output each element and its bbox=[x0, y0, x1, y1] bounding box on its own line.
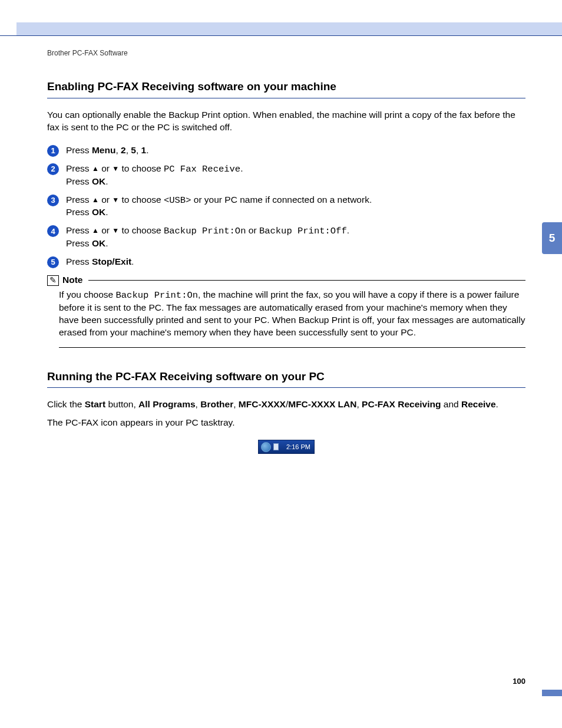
section-heading-enabling: Enabling PC-FAX Receiving software on yo… bbox=[47, 79, 525, 98]
menu-mfc: MFC-XXXX bbox=[239, 399, 286, 409]
menu-option: <USB> bbox=[164, 195, 191, 206]
chapter-tab: 5 bbox=[542, 222, 562, 254]
step-badge: 5 bbox=[47, 256, 59, 268]
menu-option: PC Fax Receive bbox=[164, 164, 240, 174]
step-badge: 4 bbox=[47, 225, 59, 237]
step-5: 5 Press Stop/Exit. bbox=[47, 256, 525, 268]
text: Click the bbox=[47, 399, 85, 409]
text: If you choose bbox=[59, 289, 116, 299]
section2-p2: The PC-FAX icon appears in your PC taskt… bbox=[47, 417, 525, 429]
tray-clock: 2:16 PM bbox=[286, 443, 312, 452]
menu-brother: Brother bbox=[200, 399, 233, 409]
menu-pcfax-receiving: PC-FAX Receiving bbox=[362, 399, 441, 409]
text: , bbox=[115, 145, 121, 155]
section-heading-running: Running the PC-FAX Receiving software on… bbox=[47, 369, 525, 388]
key-menu: Menu bbox=[92, 145, 115, 155]
menu-option: Backup Print:On bbox=[164, 226, 246, 236]
page-number: 100 bbox=[513, 676, 525, 687]
text: Press bbox=[66, 163, 92, 173]
text: to choose bbox=[119, 225, 164, 235]
text: Press bbox=[66, 238, 92, 248]
key-ok: OK bbox=[92, 176, 105, 186]
text: or bbox=[99, 195, 112, 205]
text: button, bbox=[105, 399, 138, 409]
note-header: ✎ Note bbox=[47, 274, 525, 286]
menu-option: Backup Print:On bbox=[116, 290, 199, 301]
text: Press bbox=[66, 195, 92, 205]
text: Press bbox=[66, 145, 92, 155]
step-badge: 1 bbox=[47, 145, 59, 157]
text: to choose bbox=[119, 163, 164, 173]
text: . bbox=[240, 163, 243, 173]
up-arrow-icon: ▲ bbox=[92, 226, 99, 235]
text: . bbox=[496, 399, 498, 409]
text: , bbox=[136, 145, 141, 155]
text: or bbox=[99, 225, 112, 235]
pcfax-tray-icon bbox=[261, 442, 271, 452]
step-body: Press ▲ or ▼ to choose PC Fax Receive. P… bbox=[66, 163, 525, 188]
text: and bbox=[441, 399, 461, 409]
page-number-accent bbox=[542, 690, 562, 696]
down-arrow-icon: ▼ bbox=[112, 226, 119, 235]
step-1: 1 Press Menu, 2, 5, 1. bbox=[47, 144, 525, 157]
text: Press bbox=[66, 256, 92, 266]
menu-option: Backup Print:Off bbox=[259, 226, 347, 236]
text: or your PC name if connected on a networ… bbox=[191, 195, 372, 205]
key-ok: OK bbox=[92, 207, 105, 217]
text: , bbox=[356, 399, 362, 409]
tasktray-figure: 2:16 PM bbox=[47, 440, 525, 455]
step-body: Press ▲ or ▼ to choose <USB> or your PC … bbox=[66, 194, 525, 219]
text: , bbox=[126, 145, 131, 155]
step-body: Press Menu, 2, 5, 1. bbox=[66, 144, 525, 157]
step-badge: 2 bbox=[47, 163, 59, 175]
text: . bbox=[146, 145, 148, 155]
key-stop-exit: Stop/Exit bbox=[92, 256, 131, 266]
tasktray: 2:16 PM bbox=[258, 440, 315, 454]
step-body: Press Stop/Exit. bbox=[66, 256, 525, 268]
document-tray-icon bbox=[273, 443, 279, 450]
header-rule bbox=[0, 35, 562, 36]
menu-receive: Receive bbox=[461, 399, 496, 409]
step-3: 3 Press ▲ or ▼ to choose <USB> or your P… bbox=[47, 194, 525, 219]
text: or bbox=[246, 225, 259, 235]
text: . bbox=[105, 176, 108, 186]
section1-intro: You can optionally enable the Backup Pri… bbox=[47, 109, 525, 134]
text: , bbox=[233, 399, 239, 409]
step-4: 4 Press ▲ or ▼ to choose Backup Print:On… bbox=[47, 225, 525, 250]
up-arrow-icon: ▲ bbox=[92, 196, 99, 204]
down-arrow-icon: ▼ bbox=[112, 196, 119, 204]
header-accent-bar bbox=[16, 22, 562, 35]
text: Press bbox=[66, 207, 92, 217]
step-2: 2 Press ▲ or ▼ to choose PC Fax Receive.… bbox=[47, 163, 525, 188]
text: Press bbox=[66, 176, 92, 186]
text: or bbox=[99, 163, 112, 173]
step-body: Press ▲ or ▼ to choose Backup Print:On o… bbox=[66, 225, 525, 250]
key-ok: OK bbox=[92, 238, 105, 248]
text: . bbox=[347, 225, 349, 235]
down-arrow-icon: ▼ bbox=[112, 164, 119, 173]
text: . bbox=[131, 256, 134, 266]
note-icon: ✎ bbox=[47, 275, 59, 286]
text: . bbox=[105, 238, 108, 248]
note-block: ✎ Note If you choose Backup Print:On, th… bbox=[47, 274, 525, 348]
page-content: Brother PC-FAX Software Enabling PC-FAX … bbox=[47, 48, 525, 456]
key-1: 1 bbox=[141, 145, 147, 155]
menu-start: Start bbox=[85, 399, 105, 409]
breadcrumb: Brother PC-FAX Software bbox=[47, 48, 525, 58]
text: Press bbox=[66, 225, 92, 235]
note-title: Note bbox=[62, 274, 82, 286]
text: . bbox=[105, 207, 108, 217]
key-5: 5 bbox=[131, 145, 136, 155]
note-rule bbox=[88, 280, 525, 281]
key-2: 2 bbox=[121, 145, 126, 155]
menu-mfc-lan: MFC-XXXX LAN bbox=[288, 399, 356, 409]
text: to choose bbox=[119, 195, 164, 205]
menu-all-programs: All Programs bbox=[138, 399, 195, 409]
note-body: If you choose Backup Print:On, the machi… bbox=[59, 289, 525, 348]
step-badge: 3 bbox=[47, 195, 59, 206]
up-arrow-icon: ▲ bbox=[92, 164, 99, 173]
text: , bbox=[196, 399, 201, 409]
section2-p1: Click the Start button, All Programs, Br… bbox=[47, 398, 525, 411]
